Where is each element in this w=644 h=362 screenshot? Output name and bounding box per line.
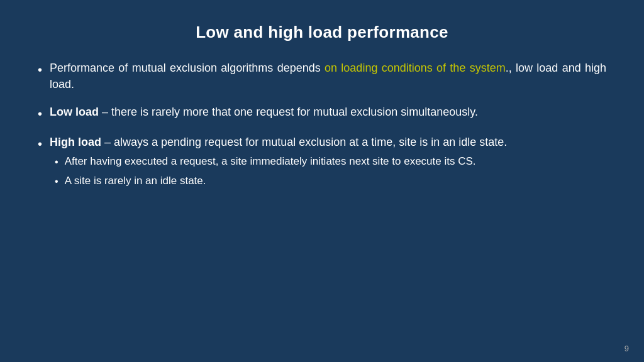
- bullet-item-3: • High load – always a pending request f…: [38, 134, 606, 192]
- bullet-3-rest: – always a pending request for mutual ex…: [101, 136, 507, 148]
- slide: Low and high load performance • Performa…: [0, 0, 644, 362]
- bullet-1-highlight: on loading conditions of the system: [325, 62, 506, 74]
- bullet-text-1: Performance of mutual exclusion algorith…: [50, 60, 606, 92]
- sub-bullet-text-2: A site is rarely in an idle state.: [65, 173, 206, 189]
- bullet-2-rest: – there is rarely more that one request …: [99, 106, 478, 118]
- bullet-dot-3: •: [38, 135, 42, 153]
- sub-bullet-item-1: • After having executed a request, a sit…: [55, 154, 507, 169]
- bullet-1-text-before: Performance of mutual exclusion algorith…: [50, 62, 325, 74]
- bullet-item-1: • Performance of mutual exclusion algori…: [38, 60, 606, 92]
- bullet-dot-1: •: [38, 61, 42, 79]
- bullet-text-2: Low load – there is rarely more that one…: [50, 104, 478, 120]
- bullet-item-2: • Low load – there is rarely more that o…: [38, 104, 606, 123]
- sub-bullet-text-1: After having executed a request, a site …: [65, 154, 476, 169]
- bullet-dot-2: •: [38, 105, 42, 123]
- slide-title: Low and high load performance: [38, 23, 606, 42]
- sub-bullet-dot-2: •: [55, 175, 58, 189]
- bullet-2-term: Low load: [50, 106, 99, 118]
- bullet-3-term: High load: [50, 136, 101, 148]
- slide-content: • Performance of mutual exclusion algori…: [38, 60, 606, 337]
- bullet-3-container: High load – always a pending request for…: [50, 134, 507, 192]
- sub-bullets: • After having executed a request, a sit…: [55, 154, 507, 189]
- sub-bullet-dot-1: •: [55, 155, 58, 169]
- page-number: 9: [625, 344, 629, 353]
- bullet-text-3: High load – always a pending request for…: [50, 136, 507, 148]
- sub-bullet-item-2: • A site is rarely in an idle state.: [55, 173, 507, 189]
